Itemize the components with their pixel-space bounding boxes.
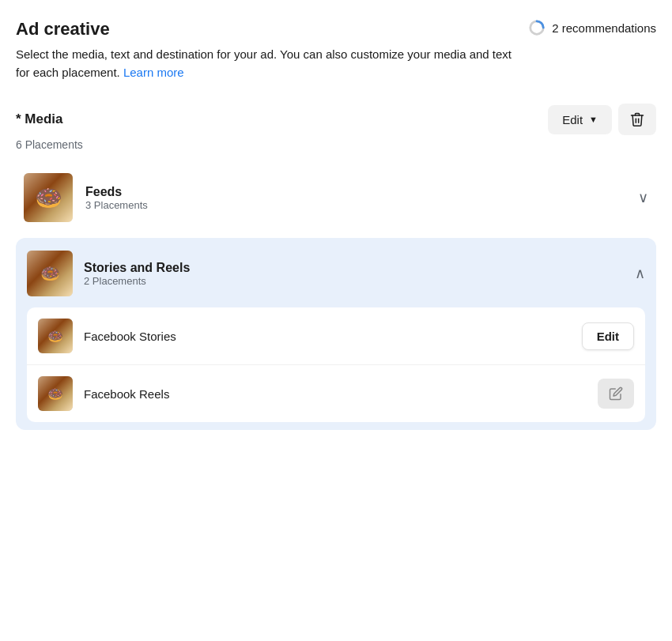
media-header-row: * Media Edit ▼ xyxy=(16,104,656,135)
chevron-up-icon: ∧ xyxy=(635,265,645,282)
recommendations-count-label: 2 recommendations xyxy=(552,21,656,35)
feeds-placement-row[interactable]: Feeds 3 Placements ∨ xyxy=(16,162,656,233)
facebook-stories-edit-button[interactable]: Edit xyxy=(582,322,634,350)
feeds-placement-name: Feeds xyxy=(85,185,638,199)
feeds-thumbnail xyxy=(24,173,73,222)
recommendations-badge: 2 recommendations xyxy=(528,19,656,36)
spinner-icon xyxy=(528,19,546,36)
media-action-buttons: Edit ▼ xyxy=(548,104,656,135)
stories-placement-name: Stories and Reels xyxy=(84,261,635,275)
media-section: * Media Edit ▼ 6 Placements xyxy=(16,104,656,430)
facebook-reels-label: Facebook Reels xyxy=(84,387,598,401)
facebook-reels-item: Facebook Reels xyxy=(27,365,645,422)
facebook-stories-item: Facebook Stories Edit xyxy=(27,307,645,365)
page-title: Ad creative xyxy=(16,19,110,40)
media-placements-count: 6 Placements xyxy=(16,138,656,151)
feeds-donut-image xyxy=(24,173,73,222)
stories-header-row[interactable]: Stories and Reels 2 Placements ∧ xyxy=(27,251,645,296)
pencil-icon xyxy=(609,386,623,401)
ad-creative-header: Ad creative 2 recommendations xyxy=(16,19,656,40)
facebook-stories-donut-image xyxy=(38,319,73,353)
facebook-stories-label: Facebook Stories xyxy=(84,330,582,343)
stories-placements-count: 2 Placements xyxy=(84,275,635,287)
stories-donut-image xyxy=(27,251,73,296)
chevron-down-icon: ▼ xyxy=(589,115,598,124)
delete-button[interactable] xyxy=(618,104,656,135)
facebook-reels-edit-button[interactable] xyxy=(598,379,634,409)
facebook-reels-donut-image xyxy=(38,376,73,411)
stories-reels-section: Stories and Reels 2 Placements ∧ Faceboo… xyxy=(16,238,656,430)
feeds-placements-count: 3 Placements xyxy=(85,199,638,211)
facebook-reels-thumbnail xyxy=(38,376,73,411)
page-description: Select the media, text and destination f… xyxy=(16,46,522,81)
stories-thumbnail xyxy=(27,251,73,296)
edit-dropdown-button[interactable]: Edit ▼ xyxy=(548,105,612,134)
chevron-down-icon: ∨ xyxy=(638,189,648,206)
facebook-stories-thumbnail xyxy=(38,319,73,353)
media-section-title: * Media xyxy=(16,111,63,127)
sub-placements-list: Facebook Stories Edit Facebook Reels xyxy=(27,307,645,422)
trash-icon xyxy=(629,111,645,127)
learn-more-link[interactable]: Learn more xyxy=(123,66,184,79)
